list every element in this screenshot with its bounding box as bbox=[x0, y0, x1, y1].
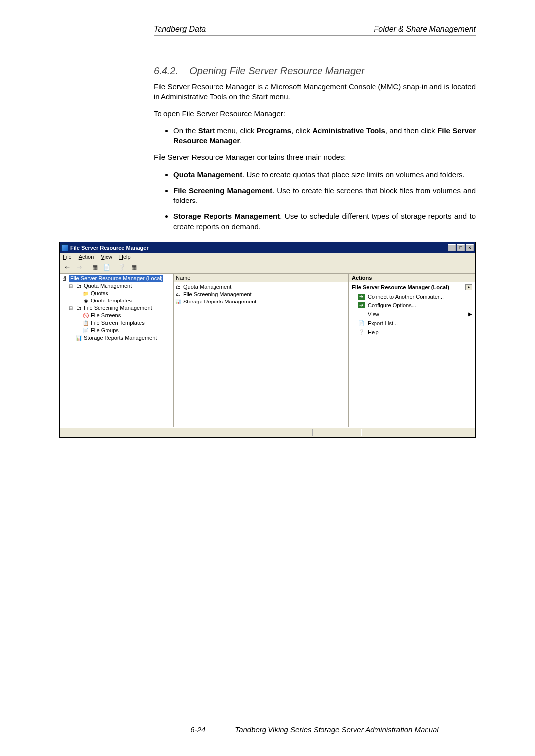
paragraph-1: File Server Resource Manager is a Micros… bbox=[154, 82, 476, 102]
tree-quotas[interactable]: 📁 Quotas bbox=[61, 290, 172, 297]
fsrm-icon: 🗄 bbox=[61, 275, 68, 281]
nodes-list: Quota Management. Use to create quotas t… bbox=[154, 170, 476, 232]
actions-subheader-row: File Server Resource Manager (Local) ▴ bbox=[349, 282, 475, 292]
tree-file-screens[interactable]: 🚫 File Screens bbox=[61, 312, 172, 319]
list-item[interactable]: 🗂 Quota Management bbox=[175, 283, 347, 291]
close-button[interactable]: × bbox=[466, 244, 474, 251]
action-connect[interactable]: ➔ Connect to Another Computer... bbox=[349, 292, 475, 301]
list-item[interactable]: 📊 Storage Reports Management bbox=[175, 298, 347, 305]
arrow-icon: ➔ bbox=[358, 294, 365, 300]
tree-storage-reports[interactable]: 📊 Storage Reports Management bbox=[61, 334, 172, 342]
mmc-window: File Server Resource Manager _ □ × File … bbox=[59, 242, 476, 438]
open-steps-list: On the Start menu, click Programs, click… bbox=[154, 126, 476, 146]
paragraph-2: To open File Server Resource Manager: bbox=[154, 109, 476, 119]
tree-quota-management[interactable]: ⊟ 🗂 Quota Management bbox=[61, 282, 172, 290]
center-pane[interactable]: Name 🗂 Quota Management 🗂 File Screening… bbox=[174, 274, 349, 427]
actions-header: Actions bbox=[349, 274, 475, 282]
menubar: File Action View Help bbox=[60, 253, 475, 261]
header-right: Folder & Share Management bbox=[374, 25, 476, 34]
list-item[interactable]: 🗂 File Screening Management bbox=[175, 291, 347, 298]
node-bullet-file-screening: File Screening Management. Use to create… bbox=[173, 186, 476, 206]
action-label: Connect to Another Computer... bbox=[368, 294, 444, 300]
statusbar-cell bbox=[61, 429, 310, 436]
toolbar-separator bbox=[114, 263, 114, 272]
forward-button[interactable]: ⇒ bbox=[74, 262, 85, 272]
action-configure[interactable]: ➔ Configure Options... bbox=[349, 301, 475, 310]
statusbar-cell bbox=[364, 429, 474, 436]
file-screening-icon: 🗂 bbox=[175, 291, 182, 297]
page-footer: 6-24 Tandberg Viking Series Storage Serv… bbox=[0, 725, 535, 734]
section-heading: Opening File Server Resource Manager bbox=[189, 65, 365, 76]
file-groups-icon: 📄 bbox=[82, 327, 89, 333]
page-number: 6-24 bbox=[190, 725, 205, 734]
node-bullet-quota: Quota Management. Use to create quotas t… bbox=[173, 170, 476, 180]
export-icon: 📄 bbox=[358, 320, 365, 326]
header-rule bbox=[154, 35, 476, 36]
show-hide-tree-button[interactable]: ▦ bbox=[89, 262, 100, 272]
blank-icon bbox=[358, 311, 365, 317]
action-help[interactable]: ❔ Help bbox=[349, 328, 475, 337]
content-block: 6.4.2. Opening File Server Resource Mana… bbox=[154, 65, 476, 232]
tree-root[interactable]: 🗄 File Server Resource Manager (Local) bbox=[61, 275, 172, 282]
section-number: 6.4.2. bbox=[154, 65, 178, 76]
column-header-name[interactable]: Name bbox=[174, 274, 348, 282]
node-bullet-storage-reports: Storage Reports Management. Use to sched… bbox=[173, 211, 476, 232]
expand-icon[interactable]: ⊟ bbox=[68, 282, 74, 290]
menu-action[interactable]: Action bbox=[79, 254, 94, 260]
list-item-label: File Screening Management bbox=[183, 291, 252, 298]
submenu-arrow-icon: ▶ bbox=[468, 311, 472, 317]
storage-reports-icon: 📊 bbox=[75, 335, 82, 341]
action-label: View bbox=[368, 311, 379, 317]
page-header: Tandberg Data Folder & Share Management bbox=[154, 25, 476, 34]
titlebar-left: File Server Resource Manager bbox=[61, 244, 149, 251]
minimize-button[interactable]: _ bbox=[448, 244, 456, 251]
file-screening-icon: 🗂 bbox=[75, 305, 82, 311]
manual-title: Tandberg Viking Series Storage Server Ad… bbox=[235, 725, 438, 734]
tree-file-groups[interactable]: 📄 File Groups bbox=[61, 327, 172, 334]
app-icon bbox=[61, 244, 68, 251]
refresh-button[interactable]: ▦ bbox=[128, 262, 139, 272]
quota-mgmt-icon: 🗂 bbox=[75, 283, 82, 289]
list-item-label: Storage Reports Management bbox=[183, 298, 256, 305]
tree-file-screen-templates[interactable]: 📋 File Screen Templates bbox=[61, 319, 172, 327]
tree: 🗄 File Server Resource Manager (Local) ⊟… bbox=[60, 274, 173, 343]
mmc-body: 🗄 File Server Resource Manager (Local) ⊟… bbox=[60, 274, 475, 427]
action-export-list[interactable]: 📄 Export List... bbox=[349, 319, 475, 328]
menu-help[interactable]: Help bbox=[119, 254, 131, 260]
expand-icon[interactable]: ⊟ bbox=[68, 304, 74, 312]
center-list: 🗂 Quota Management 🗂 File Screening Mana… bbox=[174, 282, 348, 306]
paragraph-3: File Server Resource Manager contains th… bbox=[154, 152, 476, 162]
help-button[interactable]: ❔ bbox=[116, 262, 127, 272]
quota-mgmt-icon: 🗂 bbox=[175, 284, 182, 290]
action-label: Export List... bbox=[368, 320, 398, 326]
maximize-button[interactable]: □ bbox=[457, 244, 465, 251]
back-button[interactable]: ⇐ bbox=[62, 262, 73, 272]
header-left: Tandberg Data bbox=[154, 25, 206, 34]
menu-file[interactable]: File bbox=[63, 254, 72, 260]
tree-quota-templates[interactable]: ◉ Quota Templates bbox=[61, 297, 172, 304]
action-view[interactable]: View ▶ bbox=[349, 310, 475, 319]
storage-reports-icon: 📊 bbox=[175, 299, 182, 304]
export-list-button[interactable]: 📄 bbox=[101, 262, 112, 272]
tree-file-screening-management[interactable]: ⊟ 🗂 File Screening Management bbox=[61, 304, 172, 312]
statusbar-cell bbox=[312, 429, 362, 436]
toolbar-separator bbox=[87, 263, 87, 272]
collapse-button[interactable]: ▴ bbox=[465, 284, 472, 290]
section-title: 6.4.2. Opening File Server Resource Mana… bbox=[154, 65, 476, 77]
tree-pane[interactable]: 🗄 File Server Resource Manager (Local) ⊟… bbox=[60, 274, 174, 427]
titlebar[interactable]: File Server Resource Manager _ □ × bbox=[60, 242, 475, 253]
quota-templates-icon: ◉ bbox=[82, 298, 89, 303]
menu-view[interactable]: View bbox=[101, 254, 112, 260]
toolbar: ⇐ ⇒ ▦ 📄 ❔ ▦ bbox=[60, 261, 475, 274]
actions-subheader: File Server Resource Manager (Local) bbox=[352, 284, 449, 290]
list-item-label: Quota Management bbox=[183, 283, 231, 291]
quotas-icon: 📁 bbox=[82, 290, 89, 296]
statusbar bbox=[60, 427, 475, 437]
file-screen-templates-icon: 📋 bbox=[82, 320, 89, 326]
actions-pane: Actions File Server Resource Manager (Lo… bbox=[349, 274, 475, 427]
window-title: File Server Resource Manager bbox=[70, 245, 149, 251]
file-screens-icon: 🚫 bbox=[82, 312, 89, 318]
action-label: Configure Options... bbox=[368, 302, 416, 308]
action-label: Help bbox=[368, 329, 379, 335]
window-buttons: _ □ × bbox=[448, 244, 474, 251]
